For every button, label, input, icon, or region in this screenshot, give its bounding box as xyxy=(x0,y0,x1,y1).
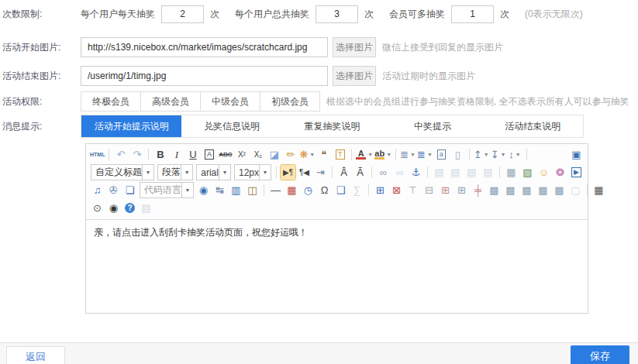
font-family-select[interactable]: arial▼ xyxy=(196,164,231,180)
redo-icon[interactable]: ↷ xyxy=(129,147,144,162)
editor-content[interactable]: 亲，请点击进入刮刮卡抽奖活动页面，祝您好运哦！ xyxy=(86,220,588,313)
attachment-icon[interactable]: ✇ xyxy=(106,183,121,197)
anchor-icon[interactable]: ⚓ xyxy=(409,165,423,180)
message-tab-3[interactable]: 中奖提示 xyxy=(382,115,482,137)
uppercase-icon[interactable]: Â xyxy=(336,165,351,180)
chevron-down-icon[interactable]: ▼ xyxy=(259,165,271,180)
fullscreen-icon[interactable]: ▣ xyxy=(569,147,584,162)
total-input[interactable] xyxy=(316,5,358,23)
char-border-icon[interactable]: A xyxy=(202,147,216,162)
highlight-color-icon[interactable]: ab▼ xyxy=(374,147,391,162)
upload-image-icon[interactable]: ▧ xyxy=(520,165,535,180)
start-image-pick-button[interactable]: 选择图片 xyxy=(333,37,376,57)
template-icon[interactable]: ▥ xyxy=(229,183,243,197)
back-button[interactable]: 返回 xyxy=(6,346,65,364)
print-icon[interactable]: ▦ xyxy=(591,183,606,197)
dir-rtl-icon[interactable]: ¶◀ xyxy=(297,165,312,180)
indent-icon[interactable]: ⇥ xyxy=(313,165,328,180)
table-props-icon[interactable]: ▩ xyxy=(552,183,567,197)
undo-icon[interactable]: ↶ xyxy=(113,147,128,162)
end-image-pick-button[interactable]: 选择图片 xyxy=(333,66,376,86)
music-icon[interactable]: ♫ xyxy=(90,183,105,197)
split-cells-icon[interactable]: ╪ xyxy=(471,183,485,197)
message-tab-4[interactable]: 活动结束说明 xyxy=(483,115,583,137)
chevron-down-icon[interactable]: ▼ xyxy=(181,183,193,197)
link-icon[interactable]: ∞ xyxy=(376,165,391,180)
per-day-input[interactable] xyxy=(161,5,204,23)
blockquote-icon[interactable]: ❝ xyxy=(316,147,331,162)
message-tab-0[interactable]: 活动开始提示说明 xyxy=(81,115,181,137)
insert-table-icon[interactable]: ⊞ xyxy=(373,183,388,197)
delete-col-icon[interactable]: ▩ xyxy=(536,183,550,197)
format-brush-icon[interactable]: ✏ xyxy=(283,147,298,162)
font-size-select[interactable]: 12px▼ xyxy=(234,164,271,180)
paragraph-select[interactable]: 段落▼ xyxy=(157,164,193,180)
formula-icon: ∑ xyxy=(350,183,364,197)
delete-table-icon[interactable]: ⊠ xyxy=(389,183,404,197)
message-tab-2[interactable]: 重复抽奖说明 xyxy=(282,115,382,137)
emoji-icon[interactable]: ☺ xyxy=(536,165,551,180)
message-tab-1[interactable]: 兑奖信息说明 xyxy=(181,115,281,137)
anchor-ref-icon[interactable]: a xyxy=(434,147,449,162)
insert-code-icon[interactable]: ❏ xyxy=(122,183,137,197)
map-icon[interactable]: ◉ xyxy=(196,183,211,197)
editor-toolbar: HTML↶↷BIUAABCX²X₂◪✏❋▼❝TA▼ab▼≣▼≣▼a▯↥▼↧▼↕▼… xyxy=(86,144,588,220)
end-image-input[interactable] xyxy=(81,66,328,86)
paste-text-icon[interactable]: T xyxy=(333,147,347,162)
member-option-2[interactable]: 中级会员 xyxy=(201,92,260,111)
new-doc-icon[interactable]: ▯ xyxy=(450,147,465,162)
remove-format-icon[interactable]: ◪ xyxy=(267,147,281,162)
scrawl-icon[interactable]: ❂ xyxy=(553,165,567,180)
merge-right-icon[interactable]: ▩ xyxy=(487,183,502,197)
heading-select-value: 自定义标题 xyxy=(91,166,142,179)
font-color-icon[interactable]: A▼ xyxy=(356,147,373,162)
strikethrough-icon[interactable]: ABC xyxy=(218,147,233,162)
date-icon[interactable]: ▦ xyxy=(285,183,299,197)
merge-cells-icon[interactable]: ⊟ xyxy=(422,183,436,197)
insert-image-icon[interactable]: ▦ xyxy=(504,165,519,180)
subscript-icon[interactable]: X₂ xyxy=(250,147,265,162)
italic-icon[interactable]: I xyxy=(169,147,184,162)
save-button[interactable]: 保存 xyxy=(571,345,629,364)
web-app-icon[interactable]: ❑ xyxy=(333,183,348,197)
start-image-input[interactable] xyxy=(81,37,328,57)
merge-down-icon[interactable]: ▩ xyxy=(503,183,518,197)
insert-video-icon[interactable]: ▶ xyxy=(569,165,584,180)
dir-ltr-icon[interactable]: ▶¶ xyxy=(281,165,295,180)
heading-select[interactable]: 自定义标题▼ xyxy=(91,164,154,180)
member-option-0[interactable]: 终极会员 xyxy=(81,92,141,111)
line-height-icon[interactable]: ↕▼ xyxy=(508,147,522,162)
member-option-1[interactable]: 高级会员 xyxy=(141,92,201,111)
bold-icon[interactable]: B xyxy=(153,147,167,162)
unordered-list-icon[interactable]: ≣▼ xyxy=(417,147,433,162)
auto-typeset-icon[interactable]: ❋▼ xyxy=(299,147,315,162)
search-replace-icon[interactable]: ⊙ xyxy=(90,201,105,215)
snapshot-icon[interactable]: ◫ xyxy=(245,183,260,197)
underline-icon[interactable]: U xyxy=(185,147,200,162)
horizontal-rule-icon[interactable]: — xyxy=(268,183,283,197)
member-option-3[interactable]: 初级会员 xyxy=(260,92,319,111)
paragraph-before-icon[interactable]: ↥▼ xyxy=(474,147,489,162)
insert-row-icon[interactable]: ⊞ xyxy=(438,183,453,197)
insert-col-icon[interactable]: ⊞ xyxy=(454,183,469,197)
superscript-icon[interactable]: X² xyxy=(234,147,249,162)
limit-hint: (0表示无限次) xyxy=(525,8,583,21)
code-language-select[interactable]: 代码语言▼ xyxy=(140,182,194,198)
pagebreak-icon[interactable]: ↹ xyxy=(212,183,227,197)
end-image-label: 活动结束图片: xyxy=(0,70,81,83)
paragraph-after-icon[interactable]: ↧▼ xyxy=(491,147,506,162)
chevron-down-icon[interactable]: ▼ xyxy=(181,165,192,180)
total-unit: 次 xyxy=(364,8,374,21)
source-code-icon[interactable]: HTML xyxy=(90,147,105,162)
help-icon[interactable]: ? xyxy=(122,201,137,215)
ordered-list-icon[interactable]: ≣▼ xyxy=(400,147,416,162)
chevron-down-icon[interactable]: ▼ xyxy=(219,165,230,180)
special-char-icon[interactable]: Ω xyxy=(317,183,332,197)
table-header-icon[interactable]: ⊤ xyxy=(405,183,420,197)
find-icon[interactable]: ◉ xyxy=(106,201,121,215)
delete-row-icon[interactable]: ▩ xyxy=(519,183,534,197)
time-icon[interactable]: ◷ xyxy=(301,183,316,197)
chevron-down-icon[interactable]: ▼ xyxy=(142,165,153,180)
member-extra-input[interactable] xyxy=(451,5,494,23)
lowercase-icon[interactable]: Ã xyxy=(353,165,367,180)
